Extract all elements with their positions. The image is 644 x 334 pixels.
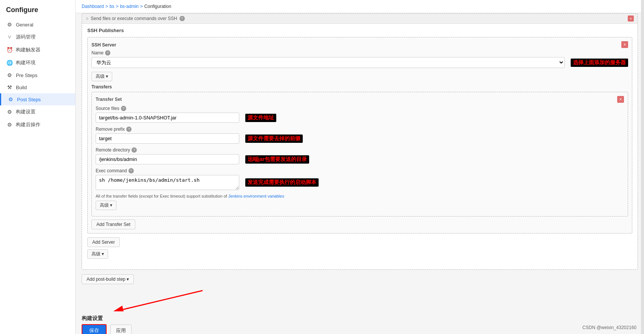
transfer-set-card: Transfer Set × Source files ?: [91, 92, 628, 216]
arrow-annotation-container: [82, 289, 638, 311]
ssh-body: SSH Publishers SSH Server × Name: [82, 24, 638, 265]
source-files-group: Source files ? 源文件地址: [96, 106, 624, 123]
remove-prefix-row: 源文件需要去掉的前缀: [96, 133, 624, 144]
ssh-server-card: SSH Server × Name ? 华为云: [87, 37, 632, 233]
outer-advanced-button[interactable]: 高级 ▾: [87, 249, 108, 259]
watermark: CSDN @weixin_43202160: [582, 325, 636, 330]
add-server-button[interactable]: Add Server: [87, 237, 120, 247]
add-post-build-wrapper: Add post-build step ▾: [82, 274, 638, 284]
remote-dir-help-icon[interactable]: ?: [132, 147, 137, 153]
remote-dir-row: 远端jar包需要发送的目录: [96, 154, 624, 164]
env-vars-link[interactable]: Jenkins environment variables: [228, 194, 284, 198]
ssh-server-section-title: SSH Server: [91, 42, 116, 48]
remove-prefix-input[interactable]: [96, 133, 239, 144]
add-post-build-button[interactable]: Add post-build step ▾: [82, 274, 134, 284]
add-transfer-wrapper: Add Transfer Set: [91, 220, 628, 229]
build-settings-title: 构建设置: [82, 315, 638, 322]
transfer-advanced-wrapper: 高级 ▾: [96, 201, 624, 210]
info-text: All of the transfer fields (except for E…: [96, 194, 624, 198]
source-files-help-icon[interactable]: ?: [121, 106, 126, 111]
server-name-group: Name ? 华为云 选择上面添加的服务器: [91, 50, 628, 68]
remote-dir-annotation: 远端jar包需要发送的目录: [245, 155, 309, 164]
add-transfer-set-button[interactable]: Add Transfer Set: [91, 220, 135, 229]
breadcrumb-dashboard[interactable]: Dashboard: [82, 4, 104, 9]
sidebar-item-source-mgmt[interactable]: ⑂ 源码管理: [0, 31, 75, 43]
server-actions: Add Server: [87, 237, 632, 247]
source-files-row: 源文件地址: [96, 113, 624, 123]
source-files-input[interactable]: [96, 113, 239, 123]
sidebar-item-post-build[interactable]: ⚙ 构建后操作: [0, 118, 75, 131]
sidebar-item-post-steps[interactable]: ⚙ Post Steps: [0, 93, 75, 105]
transfers-label: Transfers: [91, 84, 628, 90]
sidebar-item-pre-steps[interactable]: ⚙ Pre Steps: [0, 69, 75, 81]
server-advanced-button[interactable]: 高级 ▾: [91, 72, 112, 81]
breadcrumb-bs[interactable]: bs: [110, 4, 115, 9]
outer-advanced-wrapper: 高级 ▾: [87, 249, 632, 259]
breadcrumb-current: Configuration: [144, 4, 171, 9]
content-area: ≡ Send files or execute commands over SS…: [76, 13, 644, 334]
ssh-close-button[interactable]: ×: [628, 15, 634, 22]
source-files-annotation: 源文件地址: [245, 114, 276, 122]
cog-icon: ⚙: [6, 72, 13, 78]
exec-cmd-annotation: 发送完成需要执行的启动脚本: [245, 178, 319, 187]
build-settings-section: 构建设置 保存 应用: [82, 315, 638, 334]
server-annotation: 选择上面添加的服务器: [571, 59, 628, 67]
breadcrumb-bs-admin[interactable]: bs-admin: [120, 4, 138, 9]
exec-cmd-help-icon[interactable]: ?: [128, 168, 134, 173]
server-name-row: 华为云 选择上面添加的服务器: [91, 57, 628, 68]
scrollbar[interactable]: [641, 0, 644, 334]
branch-icon: ⑂: [6, 34, 13, 40]
main-content: Dashboard > bs > bs-admin > Configuratio…: [76, 0, 644, 334]
transfer-set-header: Transfer Set ×: [96, 96, 624, 103]
server-close-button[interactable]: ×: [621, 41, 628, 48]
drag-handle-icon: ≡: [86, 16, 88, 21]
source-files-label: Source files ?: [96, 106, 624, 111]
exec-cmd-row: 发送完成需要执行的启动脚本: [96, 175, 624, 190]
build-icon: ⚒: [6, 84, 13, 90]
sidebar-item-general[interactable]: ⚙ General: [0, 19, 75, 31]
sidebar-item-build-trigger[interactable]: ⏰ 构建触发器: [0, 43, 75, 56]
post-icon: ⚙: [6, 122, 13, 128]
ssh-publishers-label: SSH Publishers: [87, 28, 632, 33]
save-button[interactable]: 保存: [82, 324, 107, 334]
cog2-icon: ⚙: [7, 96, 14, 102]
ssh-card: ≡ Send files or execute commands over SS…: [82, 13, 638, 270]
remove-prefix-annotation: 源文件需要去掉的前缀: [245, 135, 303, 143]
exec-cmd-group: Exec command ? 发送完成需要执行的启动脚本: [96, 168, 624, 190]
ssh-topbar: ≡ Send files or execute commands over SS…: [82, 14, 638, 24]
breadcrumb: Dashboard > bs > bs-admin > Configuratio…: [76, 0, 644, 13]
server-name-select[interactable]: 华为云: [91, 57, 565, 68]
ssh-section-title: Send files or execute commands over SSH: [91, 16, 177, 21]
remove-prefix-group: Remove prefix ? 源文件需要去掉的前缀: [96, 127, 624, 144]
gear-icon: ⚙: [6, 22, 13, 28]
sidebar-item-build-settings[interactable]: ⚙ 构建设置: [0, 105, 75, 118]
svg-line-1: [123, 291, 203, 309]
ssh-help-icon[interactable]: ?: [180, 16, 185, 21]
remove-prefix-label: Remove prefix ?: [96, 127, 624, 132]
name-help-icon[interactable]: ?: [105, 50, 110, 56]
build-settings-actions: 保存 应用: [82, 324, 638, 334]
red-arrow-svg: [104, 289, 218, 311]
remote-dir-input[interactable]: [96, 154, 239, 164]
exec-cmd-textarea[interactable]: [96, 175, 239, 190]
remote-dir-group: Remote directory ? 远端jar包需要发送的目录: [96, 147, 624, 164]
server-advanced-wrapper: 高级 ▾: [91, 72, 628, 81]
exec-cmd-label: Exec command ?: [96, 168, 624, 173]
remote-dir-label: Remote directory ?: [96, 147, 624, 153]
sidebar-title: Configure: [0, 0, 75, 19]
clock-icon: ⏰: [6, 47, 13, 53]
sidebar: Configure ⚙ General ⑂ 源码管理 ⏰ 构建触发器 🌐 构建环…: [0, 0, 76, 334]
transfer-advanced-button[interactable]: 高级 ▾: [96, 201, 116, 210]
transfer-set-close-button[interactable]: ×: [617, 96, 624, 103]
sidebar-item-build[interactable]: ⚒ Build: [0, 81, 75, 93]
settings-icon: ⚙: [6, 109, 13, 115]
apply-button[interactable]: 应用: [110, 325, 132, 334]
remove-prefix-help-icon[interactable]: ?: [126, 127, 132, 132]
globe-icon: 🌐: [6, 60, 13, 66]
server-name-label: Name ?: [91, 50, 628, 56]
sidebar-item-build-env[interactable]: 🌐 构建环境: [0, 56, 75, 69]
